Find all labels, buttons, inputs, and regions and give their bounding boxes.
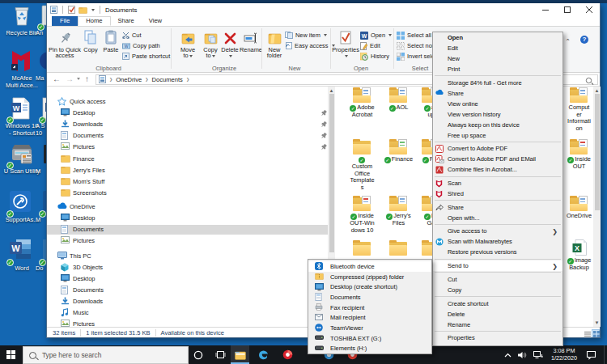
edge-taskbar-icon[interactable] (254, 345, 273, 364)
send-to-item-mail-recipient[interactable]: Mail recipient (308, 312, 431, 323)
file-item-inside-out[interactable]: Inside OUT (561, 135, 593, 171)
file-item-folder[interactable] (344, 236, 380, 256)
send-to-item-documents[interactable]: Documents (308, 292, 431, 303)
file-item-inside-out-win-dows-10[interactable]: Inside OUT-Win dows 10 (344, 192, 380, 234)
nav-item-onedrive[interactable]: OneDrive (47, 201, 328, 212)
help-button[interactable]: ? (580, 36, 588, 44)
back-arrow[interactable]: ← (53, 74, 61, 83)
icons-view-button[interactable] (592, 329, 600, 337)
recent-locations-caret[interactable] (77, 78, 80, 80)
send-to-item-desktop-create-shortcut-[interactable]: Desktop (create shortcut) (308, 281, 431, 292)
nav-item-documents[interactable]: Documents (47, 225, 328, 235)
volume-icon[interactable] (518, 351, 527, 359)
hidden-icons-chevron[interactable] (504, 353, 511, 358)
context-menu-item-convert-to-adobe-pdf[interactable]: Convert to Adobe PDF (433, 143, 562, 154)
nav-item-pictures[interactable]: Pictures (47, 142, 328, 153)
up-arrow[interactable]: ↑ (85, 74, 89, 83)
context-menu-item-delete[interactable]: Delete (433, 309, 562, 320)
file-item-computer-information[interactable]: Computer Information (561, 87, 593, 132)
nav-item-documents[interactable]: Documents (47, 285, 328, 295)
context-menu-item-share[interactable]: Share (433, 88, 562, 99)
context-menu-item-shred[interactable]: Shred (433, 188, 562, 199)
context-menu-item-cut[interactable]: Cut (433, 274, 562, 285)
file-item-jerry-s-files[interactable]: Jerry's Files (380, 192, 417, 227)
nav-item-desktop[interactable]: Desktop (47, 108, 328, 118)
network-icon[interactable] (533, 351, 543, 359)
nav-item-screenshots[interactable]: Screenshots (47, 188, 328, 198)
context-menu-item-properties[interactable]: Properties (433, 332, 562, 343)
context-menu-item-rename[interactable]: Rename (433, 320, 562, 330)
send-to-item-compressed-zipped-folder[interactable]: Compressed (zipped) folder (308, 272, 431, 282)
qat-new-folder-icon[interactable] (79, 6, 87, 14)
taskbar-search[interactable]: Type here to search (23, 346, 189, 364)
tab-home[interactable]: Home (78, 16, 110, 26)
context-menu-item-give-access-to[interactable]: Give access to❯ (433, 226, 562, 236)
scroll-up-arrow[interactable]: ▲ (329, 88, 334, 93)
details-view-button[interactable] (583, 329, 591, 337)
nav-item-finance[interactable]: Finance (47, 154, 328, 164)
desktop-icon-partial-1[interactable]: An (36, 4, 46, 37)
send-to-item-fax-recipient[interactable]: Fax recipient (308, 303, 431, 313)
nav-item-downloads[interactable]: Downloads (47, 120, 328, 130)
file-explorer-taskbar-icon[interactable] (231, 345, 249, 364)
context-menu-item-open-with-[interactable]: Open with... (433, 213, 562, 223)
context-menu-item-view-version-history[interactable]: View version history (433, 109, 562, 120)
desktop-icon-partial-3[interactable]: A S 10 (36, 97, 46, 137)
send-to-item-toshiba-ext-g-[interactable]: TOSHIBA EXT (G:) (308, 333, 431, 344)
paste-shortcut-button[interactable]: Paste shortcut (122, 52, 170, 61)
cortana-button[interactable] (189, 345, 207, 364)
file-item-onedrive[interactable]: OneDrive (561, 192, 593, 220)
breadcrumb-documents[interactable]: Documents (151, 76, 182, 83)
context-menu-item-share[interactable]: Share (433, 202, 562, 213)
red-app-taskbar-icon[interactable] (278, 345, 297, 364)
file-item-adobe-acrobat[interactable]: Adobe Acrobat (344, 87, 380, 119)
context-menu-item-always-keep-on-this-device[interactable]: Always keep on this device (433, 120, 562, 130)
copy-path-button[interactable]: W Copy path (122, 41, 160, 51)
nav-item-downloads[interactable]: Downloads (47, 297, 328, 307)
send-to-item-bluetooth-device[interactable]: Bluetooth device (308, 261, 431, 272)
new-item-button[interactable]: New item (285, 31, 327, 40)
context-menu-item-edit[interactable]: Edit (433, 43, 562, 53)
nav-item-pictures[interactable]: Pictures (47, 320, 328, 327)
forward-arrow[interactable]: → (66, 74, 74, 83)
qat-dropdown-caret[interactable] (91, 9, 95, 11)
file-item-finance[interactable]: Finance (380, 135, 417, 163)
send-to-item-teamviewer[interactable]: TeamViewer (308, 323, 431, 333)
file-item-aol[interactable]: AOL (380, 87, 417, 112)
edit-button[interactable]: Edit (360, 41, 380, 51)
context-menu-item-scan[interactable]: Scan (433, 178, 562, 188)
file-scrollbar[interactable]: ▲ ▼ (593, 87, 601, 327)
context-menu-item-print[interactable]: Print (433, 64, 562, 74)
history-button[interactable]: History (360, 52, 389, 61)
context-menu-item-new[interactable]: New (433, 53, 562, 64)
context-menu-item-open[interactable]: Open (433, 32, 562, 43)
file-item-custom-office-templates[interactable]: Custom Office Templates (344, 135, 380, 191)
scroll-up-arrow[interactable]: ▲ (595, 88, 600, 93)
show-desktop-button[interactable] (604, 345, 607, 364)
send-to-item-elements-h-[interactable]: Elements (H:) (308, 343, 431, 353)
nav-item-quick-access[interactable]: Quick access (47, 96, 328, 107)
tab-view[interactable]: View (142, 16, 169, 26)
desktop-icon-partial-4[interactable]: M (36, 142, 46, 176)
maximize-button[interactable] (556, 3, 578, 16)
address-bar[interactable]: ❯ OneDrive ❯ Documents ❯ (96, 74, 452, 86)
nav-item-desktop[interactable]: Desktop (47, 213, 328, 223)
context-menu-item-scan-with-malwarebytes[interactable]: Scan with Malwarebytes (433, 236, 562, 247)
nav-item-music[interactable]: Music (47, 308, 328, 319)
context-menu-item-storage-84-full-get-more[interactable]: Storage 84% full - Get more (433, 78, 562, 88)
nav-item-desktop[interactable]: Desktop (47, 273, 328, 284)
close-button[interactable] (578, 3, 600, 16)
file-item-folder[interactable] (380, 236, 417, 256)
scroll-down-arrow[interactable]: ▼ (595, 320, 600, 325)
open-button[interactable]: W Open (360, 31, 392, 40)
desktop-icon-partial-6[interactable]: Do (36, 239, 46, 273)
tab-file[interactable]: File (52, 16, 78, 26)
file-item-image-backup[interactable]: XImage Backup (561, 236, 593, 272)
context-menu-item-restore-previous-versions[interactable]: Restore previous versions (433, 247, 562, 257)
nav-item-3d-objects[interactable]: 3D Objects (47, 262, 328, 273)
breadcrumb-onedrive[interactable]: OneDrive (116, 76, 142, 83)
context-menu-item-combine-files-in-acrobat-[interactable]: Combine files in Acrobat... (433, 164, 562, 175)
context-menu-item-free-up-space[interactable]: Free up space (433, 130, 562, 141)
nav-item-this-pc[interactable]: This PC (47, 251, 328, 261)
context-menu-item-send-to[interactable]: Send to❯ (433, 260, 562, 271)
